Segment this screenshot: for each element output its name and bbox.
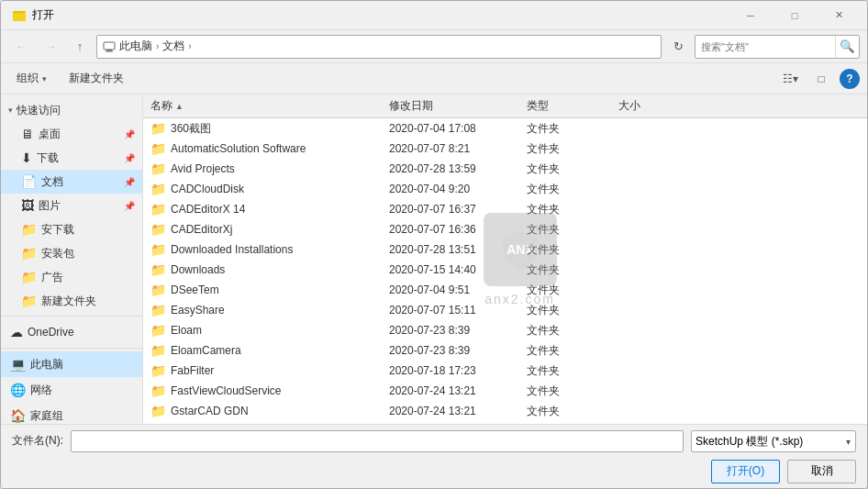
maximize-button[interactable]: □: [773, 1, 816, 30]
new-folder-button[interactable]: 新建文件夹: [61, 67, 132, 91]
filename-label: 文件名(N):: [12, 433, 63, 449]
search-button[interactable]: 🔍: [835, 35, 859, 59]
file-type: 文件夹: [519, 121, 611, 137]
dialog-title: 打开: [32, 7, 54, 23]
documents-label: 文档: [41, 174, 117, 190]
table-row[interactable]: 📁 FabFilter 2020-07-18 17:23 文件夹: [143, 361, 867, 381]
downloads-label: 下载: [37, 150, 117, 166]
desktop-pin: 📌: [124, 129, 135, 139]
new-folder-label2: 新建文件夹: [41, 294, 135, 309]
homegroup-label: 家庭组: [30, 408, 135, 424]
pane-icon: □: [818, 72, 824, 85]
table-row[interactable]: 📁 AutomaticSolution Software 2020-07-07 …: [143, 139, 867, 159]
sidebar-item-documents[interactable]: 📄 文档 📌: [1, 170, 142, 194]
this-pc-label: 此电脑: [30, 357, 135, 372]
table-row[interactable]: 📁 Downloaded Installations 2020-07-28 13…: [143, 239, 867, 260]
homegroup-icon: 🏠: [10, 408, 26, 423]
close-button[interactable]: ✕: [818, 1, 860, 30]
filename-row: 文件名(N): SketchUp 模型 (*.skp): [12, 430, 856, 452]
filename-input[interactable]: [71, 430, 684, 452]
file-name: CADCloudDisk: [171, 183, 244, 195]
column-headers: 名称 ▲ 修改日期 类型 大小: [143, 94, 867, 118]
pictures-label: 图片: [39, 198, 117, 214]
back-button[interactable]: ←: [8, 35, 34, 59]
search-input[interactable]: [696, 41, 835, 52]
downloads-pin: 📌: [124, 153, 135, 163]
sort-arrow: ▲: [175, 102, 184, 111]
table-row[interactable]: 📁 CADEditorXj 2020-07-07 16:36 文件夹: [143, 219, 867, 239]
file-name: Avid Projects: [171, 162, 235, 175]
breadcrumb-pc[interactable]: 此电脑: [119, 39, 152, 54]
table-row[interactable]: 📁 EasyShare 2020-07-07 15:11 文件夹: [143, 300, 867, 320]
cancel-button[interactable]: 取消: [787, 460, 856, 483]
file-name: FabFilter: [171, 364, 214, 377]
file-date: 2020-07-23 8:39: [382, 344, 519, 357]
titlebar: 打开 ─ □ ✕: [1, 1, 867, 30]
sidebar-item-homegroup[interactable]: 🏠 家庭组: [1, 403, 142, 424]
refresh-button[interactable]: ↻: [665, 35, 691, 59]
desktop-icon: 🖥: [21, 127, 34, 141]
sidebar-divider-1: [1, 316, 142, 317]
quick-access-section: ▾ 快速访问 🖥 桌面 📌 ⬇ 下载 📌 📄 文档 📌: [1, 98, 142, 313]
sidebar-item-onedrive[interactable]: ☁ OneDrive: [1, 319, 142, 345]
footer: 文件名(N): SketchUp 模型 (*.skp) 打开(O) 取消: [1, 424, 867, 488]
col-date-header[interactable]: 修改日期: [382, 98, 519, 114]
navigation-toolbar: ← → ↑ 此电脑 › 文档 › ↻ 🔍: [1, 30, 867, 63]
view-mode-button[interactable]: ☷ ▾: [777, 67, 803, 91]
pane-button[interactable]: □: [808, 67, 834, 91]
file-type: 文件夹: [519, 222, 611, 238]
sidebar-item-new-folder[interactable]: 📁 新建文件夹: [1, 289, 142, 313]
table-row[interactable]: 📁 FastViewCloudService 2020-07-24 13:21 …: [143, 381, 867, 401]
table-row[interactable]: 📁 CADCloudDisk 2020-07-04 9:20 文件夹: [143, 179, 867, 199]
folder-icon: 📁: [150, 141, 166, 156]
up-button[interactable]: ↑: [67, 35, 93, 59]
breadcrumb-documents[interactable]: 文档: [162, 39, 184, 54]
anx-downloads-icon: 📁: [21, 222, 37, 237]
open-button[interactable]: 打开(O): [711, 460, 780, 483]
file-name: CADEditorXj: [171, 223, 232, 236]
col-name-header[interactable]: 名称 ▲: [143, 98, 382, 114]
folder-icon: 📁: [150, 363, 166, 378]
sidebar-item-downloads[interactable]: ⬇ 下载 📌: [1, 146, 142, 170]
sidebar-item-pictures[interactable]: 🖼 图片 📌: [1, 194, 142, 217]
sidebar: ▾ 快速访问 🖥 桌面 📌 ⬇ 下载 📌 📄 文档 📌: [1, 94, 143, 424]
forward-button[interactable]: →: [38, 35, 63, 59]
file-date: 2020-07-04 17:08: [382, 122, 519, 135]
sidebar-item-packages[interactable]: 📁 安装包: [1, 241, 142, 265]
table-row[interactable]: 📁 Downloads 2020-07-15 14:40 文件夹: [143, 260, 867, 280]
col-size-header[interactable]: 大小: [611, 98, 867, 114]
minimize-button[interactable]: ─: [729, 1, 772, 30]
filetype-select[interactable]: SketchUp 模型 (*.skp): [691, 430, 856, 452]
file-type: 文件夹: [519, 182, 611, 197]
svg-rect-2: [15, 11, 19, 13]
actions-row: 打开(O) 取消: [12, 460, 856, 483]
table-row[interactable]: 📁 GstarCAD GDN 2020-07-24 13:21 文件夹: [143, 401, 867, 421]
view-icon: ☷: [783, 72, 793, 85]
table-row[interactable]: 📁 Avid Projects 2020-07-28 13:59 文件夹: [143, 159, 867, 179]
desktop-label: 桌面: [39, 127, 117, 142]
sidebar-item-desktop[interactable]: 🖥 桌面 📌: [1, 122, 142, 146]
col-type-header[interactable]: 类型: [519, 98, 611, 114]
sidebar-item-anx-downloads[interactable]: 📁 安下载: [1, 217, 142, 241]
organize-label: 组织: [17, 71, 39, 86]
col-size-label: 大小: [618, 99, 640, 112]
file-name: DSeeTem: [171, 283, 219, 296]
table-row[interactable]: 📁 DSeeTem 2020-07-04 9:51 文件夹: [143, 280, 867, 300]
breadcrumb-sep2: ›: [188, 41, 191, 51]
onedrive-icon: ☁: [10, 325, 23, 339]
sidebar-item-this-pc[interactable]: 💻 此电脑: [1, 351, 142, 377]
help-button[interactable]: ?: [840, 69, 860, 89]
quick-access-header[interactable]: ▾ 快速访问: [1, 98, 142, 122]
table-row[interactable]: 📁 CADEditorX 14 2020-07-07 16:37 文件夹: [143, 199, 867, 219]
sidebar-item-network[interactable]: 🌐 网络: [1, 377, 142, 403]
file-type: 文件夹: [519, 202, 611, 217]
back-icon: ←: [16, 39, 28, 53]
file-date: 2020-07-24 13:21: [382, 405, 519, 417]
table-row[interactable]: 📁 360截图 2020-07-04 17:08 文件夹: [143, 118, 867, 139]
search-bar: 🔍: [695, 35, 860, 59]
table-row[interactable]: 📁 Eloam 2020-07-23 8:39 文件夹: [143, 320, 867, 340]
table-row[interactable]: 📁 EloamCamera 2020-07-23 8:39 文件夹: [143, 340, 867, 361]
folder-icon: 📁: [150, 161, 166, 176]
sidebar-item-advert[interactable]: 📁 广告: [1, 265, 142, 289]
organize-button[interactable]: 组织 ▾: [8, 67, 55, 91]
